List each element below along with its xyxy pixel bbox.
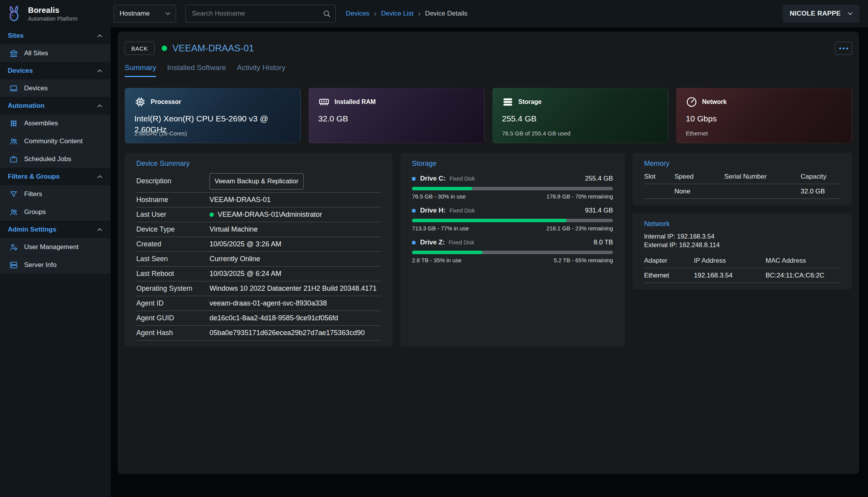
sidebar-item-label: Scheduled Jobs — [24, 155, 71, 163]
table-row: Agent ID veeam-draas-01-agent-svc-8930a3… — [136, 296, 381, 311]
filters-icon — [9, 190, 18, 198]
table-row: Last Reboot 10/03/2025 @ 6:24 AM — [136, 267, 381, 281]
drive-row: Drive H: Fixed Disk 931.4 GB 713.3 GB - … — [412, 207, 613, 232]
breadcrumb-separator: › — [374, 10, 376, 18]
sidebar-item-label: Assemblies — [24, 119, 58, 127]
table-row: Description — [136, 170, 381, 193]
stat-card-label: Storage — [518, 98, 542, 105]
row-label: Created — [136, 240, 210, 248]
stat-card-footer: 2.60GHz (16-Cores) — [134, 130, 187, 137]
brand[interactable]: Borealis Automation Platform — [0, 4, 111, 23]
hostname-filter-select[interactable]: Hostname — [114, 5, 176, 23]
network-panel: Network Internal IP: 192.168.3.54 Extern… — [632, 213, 852, 289]
tab-summary[interactable]: Summary — [125, 63, 156, 77]
drive-icon — [412, 241, 416, 244]
row-label: Agent GUID — [136, 314, 210, 322]
search-input[interactable] — [185, 5, 336, 23]
online-dot — [210, 212, 214, 217]
sidebar-section-admin-settings[interactable]: Admin Settings — [0, 221, 111, 238]
devices-icon — [9, 84, 18, 93]
description-input[interactable] — [210, 173, 304, 190]
hostname-filter-value: Hostname — [120, 10, 150, 18]
brand-subtitle: Automation Platform — [28, 16, 77, 22]
column-header: Adapter — [644, 257, 694, 265]
external-ip: External IP: 162.248.8.114 — [644, 241, 840, 249]
sidebar-section-filters-groups[interactable]: Filters & Groups — [0, 168, 111, 185]
sidebar-item-label: User Management — [24, 243, 79, 251]
sidebar-item-all-sites[interactable]: All Sites — [0, 44, 111, 62]
groups-icon — [9, 208, 18, 216]
panel-title: Device Summary — [136, 153, 381, 168]
scheduled-jobs-icon — [9, 155, 18, 163]
row-label: Last User — [136, 211, 210, 219]
table-row: Hostname VEEAM-DRAAS-01 — [136, 193, 381, 207]
stat-card-installed-ram: Installed RAM 32.0 GB — [308, 88, 484, 143]
stat-card-network: Network 10 Gbps Ethernet — [676, 88, 852, 143]
brand-text: Borealis Automation Platform — [28, 6, 77, 22]
panel-title: Storage — [412, 153, 613, 168]
row-value: Virtual Machine — [210, 225, 258, 234]
tab-installed-software[interactable]: Installed Software — [167, 63, 226, 77]
sidebar-item-devices[interactable]: Devices — [0, 79, 111, 97]
device-details-panel: BACK VEEAM-DRAAS-01 Summary Installed So… — [118, 32, 859, 474]
drive-remaining: 5.2 TB - 65% remaining — [554, 257, 613, 263]
stat-card-value: 10 Gbps — [686, 113, 842, 124]
detail-panels: Device Summary Description Hostname VEEA… — [125, 153, 852, 347]
sidebar-section-sites[interactable]: Sites — [0, 27, 111, 44]
drive-row: Drive Z: Fixed Disk 8.0 TB 2.8 TB - 35% … — [412, 239, 613, 263]
tab-activity-history[interactable]: Activity History — [237, 63, 285, 77]
drive-type: Fixed Disk — [449, 176, 475, 182]
table-row: Device Type Virtual Machine — [136, 222, 381, 237]
sidebar-item-community-content[interactable]: Community Content — [0, 132, 111, 150]
breadcrumb-link-device-list[interactable]: Device List — [381, 10, 413, 18]
drive-size: 931.4 GB — [585, 207, 613, 214]
row-label: Hostname — [136, 196, 210, 204]
cpu-icon — [134, 96, 146, 108]
stat-card-label: Network — [702, 98, 727, 105]
sidebar-section-devices[interactable]: Devices — [0, 62, 111, 79]
chevron-down-icon — [164, 10, 172, 18]
breadcrumb-current: Device Details — [425, 10, 468, 18]
sidebar-section-automation[interactable]: Automation — [0, 97, 111, 114]
user-menu-button[interactable]: NICOLE RAPPE — [783, 5, 859, 23]
more-options-button[interactable] — [835, 42, 852, 55]
sidebar-item-assemblies[interactable]: Assemblies — [0, 114, 111, 132]
row-value: VEEAM-DRAAS-01\Administrator — [218, 211, 322, 219]
breadcrumb: Devices › Device List › Device Details — [346, 10, 467, 18]
row-label: Device Type — [136, 225, 210, 234]
sidebar-item-server-info[interactable]: Server Info — [0, 256, 111, 274]
section-label: Admin Settings — [8, 226, 56, 234]
breadcrumb-separator: › — [418, 10, 421, 18]
memory-table: Slot Speed Serial Number Capacity None 3… — [644, 169, 840, 199]
drive-row: Drive C: Fixed Disk 255.4 GB 76.5 GB - 3… — [412, 175, 613, 200]
cell: None — [674, 188, 724, 195]
breadcrumb-link-devices[interactable]: Devices — [346, 10, 369, 18]
right-column: Memory Slot Speed Serial Number Capacity… — [632, 153, 852, 347]
table-row: Created 10/05/2025 @ 3:26 AM — [136, 237, 381, 252]
table-row: None 32.0 GB — [644, 184, 840, 199]
drive-icon — [412, 209, 416, 212]
storage-panel: Storage Drive C: Fixed Disk 255.4 GB 76.… — [400, 153, 625, 347]
chevron-up-icon — [96, 173, 104, 181]
sidebar-item-filters[interactable]: Filters — [0, 185, 111, 203]
drive-type: Fixed Disk — [449, 239, 474, 246]
page-title: VEEAM-DRAAS-01 — [173, 43, 254, 54]
chevron-down-icon — [846, 10, 854, 18]
chevron-up-icon — [96, 226, 104, 234]
search-box — [185, 5, 336, 23]
drive-used: 713.3 GB - 77% in use — [412, 225, 469, 232]
stat-card-footer: Ethernet — [686, 130, 708, 137]
panel-title: Network — [644, 213, 840, 228]
row-label: Description — [136, 177, 210, 185]
table-header-row: Slot Speed Serial Number Capacity — [644, 169, 840, 184]
sidebar-item-scheduled-jobs[interactable]: Scheduled Jobs — [0, 150, 111, 168]
assemblies-icon — [9, 119, 18, 128]
column-header: Speed — [674, 173, 724, 181]
row-value: 10/03/2025 @ 6:24 AM — [210, 270, 281, 278]
sidebar-item-groups[interactable]: Groups — [0, 203, 111, 221]
sidebar-item-label: Server Info — [24, 261, 56, 269]
sidebar-item-user-management[interactable]: User Management — [0, 238, 111, 256]
device-summary-table: Description Hostname VEEAM-DRAAS-01 Last… — [136, 170, 381, 341]
community-content-icon — [9, 137, 18, 146]
back-button[interactable]: BACK — [125, 42, 155, 55]
